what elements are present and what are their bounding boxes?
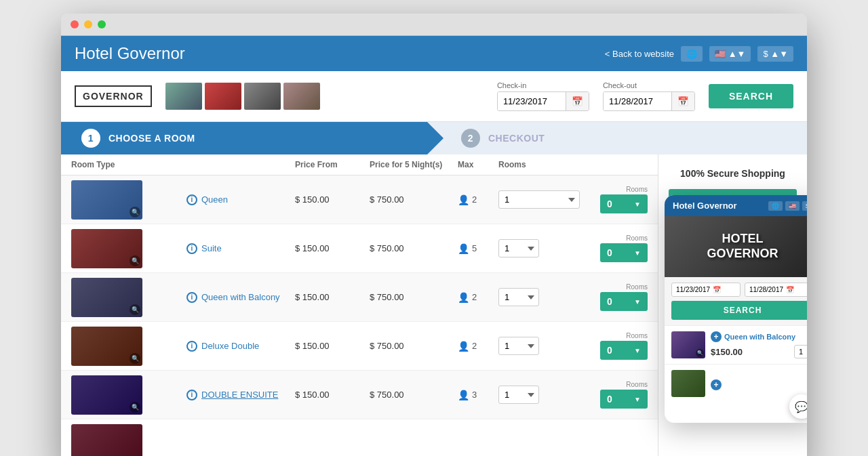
photo-4[interactable]	[283, 83, 320, 110]
mobile-room-name-wrap: + Queen with Balcony	[711, 331, 807, 342]
room-2-rooms-btn[interactable]: 0 ▼	[600, 243, 648, 262]
checkout-label: Check-out	[603, 81, 695, 89]
checkin-input[interactable]	[498, 92, 566, 110]
room-5-info-icon[interactable]: i	[186, 390, 197, 400]
room-3-zoom-icon[interactable]: 🔍	[130, 304, 140, 315]
photo-1[interactable]	[165, 83, 202, 110]
step-2[interactable]: 2 CHECKOUT	[427, 122, 807, 154]
room-3-image[interactable]: 🔍	[71, 278, 142, 317]
room-1-zoom-icon[interactable]: 🔍	[130, 207, 140, 217]
mobile-flag-btn[interactable]: 🇺🇸	[785, 201, 800, 211]
checkout-calendar-btn[interactable]: 📅	[671, 92, 694, 110]
minimize-btn[interactable]	[84, 20, 92, 28]
person-icon-2: 👤	[458, 243, 469, 254]
room-2-qty-cell: 123	[498, 239, 580, 257]
mobile-room-1-price: $150.00	[711, 347, 743, 357]
close-btn[interactable]	[71, 20, 79, 28]
room-1-qty-cell: 123	[498, 190, 580, 209]
room-1-max: 👤 2	[458, 194, 498, 205]
room-3-rooms-btn[interactable]: 0 ▼	[600, 292, 648, 311]
room-6-image[interactable]	[71, 424, 142, 457]
step-1[interactable]: 1 CHOOSE A ROOM	[61, 122, 427, 154]
room-5-link[interactable]: DOUBLE ENSUITE	[201, 390, 278, 400]
room-2-image[interactable]: 🔍	[71, 229, 142, 268]
room-1-qty-select[interactable]: 123	[498, 190, 580, 209]
mobile-hotel-image: HOTEL GOVERNOR	[665, 216, 807, 277]
mobile-cal-icon-1: 📅	[713, 286, 721, 293]
col-rooms-action	[580, 160, 648, 169]
mobile-currency-btn[interactable]: $	[802, 201, 807, 211]
checkin-label: Check-in	[497, 81, 589, 89]
currency-icon-btn[interactable]: $ ▲▼	[757, 46, 793, 62]
room-3-max: 👤 2	[458, 292, 498, 303]
mobile-room-item-2: +	[665, 364, 807, 402]
flag-icon-btn[interactable]: 🇺🇸 ▲▼	[709, 46, 751, 62]
mobile-search-button[interactable]: SEARCH	[671, 301, 807, 320]
room-4-max-val: 2	[472, 341, 477, 351]
room-3-name-cell: i Queen with Balcony	[186, 292, 295, 303]
room-3-qty-select[interactable]: 123	[498, 288, 539, 306]
room-5-image[interactable]: 🔍	[71, 375, 142, 415]
checkin-field: Check-in 📅	[497, 81, 589, 111]
mobile-plus-icon-2[interactable]: +	[711, 379, 722, 390]
table-row: 🔍 i Queen with Balcony $ 150.00 $ 750.00…	[61, 273, 658, 322]
mobile-cal-icon-2: 📅	[786, 286, 794, 293]
col-rooms: Rooms	[498, 160, 580, 169]
mobile-room-1-qty-select[interactable]: 12	[794, 345, 807, 358]
room-4-price: $ 150.00	[295, 341, 370, 351]
mobile-hotel-sign-line2: GOVERNOR	[707, 247, 778, 262]
room-4-zoom-icon[interactable]: 🔍	[130, 353, 140, 364]
room-5-zoom-icon[interactable]: 🔍	[130, 402, 140, 413]
room-4-qty-select[interactable]: 123	[498, 337, 539, 355]
room-5-max-val: 3	[472, 390, 477, 400]
room-3-info-icon[interactable]: i	[186, 292, 197, 303]
checkout-field: Check-out 📅	[603, 81, 695, 111]
room-4-controls: Rooms 0 ▼	[580, 332, 648, 360]
room-3-link[interactable]: Queen with Balcony	[201, 292, 280, 302]
mobile-room-1-name[interactable]: Queen with Balcony	[724, 333, 795, 341]
person-icon-3: 👤	[458, 292, 469, 303]
steps-bar: 1 CHOOSE A ROOM 2 CHECKOUT	[61, 122, 807, 154]
room-5-qty-select[interactable]: 123	[498, 386, 539, 404]
maximize-btn[interactable]	[98, 20, 106, 28]
photo-2[interactable]	[205, 83, 241, 110]
room-2-link[interactable]: Suite	[201, 243, 222, 253]
room-4-info-icon[interactable]: i	[186, 341, 197, 352]
chevron-down-icon-5: ▼	[634, 396, 641, 403]
search-button[interactable]: SEARCH	[709, 84, 793, 108]
mobile-plus-icon[interactable]: +	[711, 331, 722, 342]
mac-titlebar	[61, 14, 807, 36]
mobile-globe-btn[interactable]: 🌐	[768, 201, 783, 211]
checkout-input[interactable]	[604, 92, 671, 110]
room-2-qty-select[interactable]: 123	[498, 239, 539, 257]
room-3-price: $ 150.00	[295, 292, 370, 302]
room-1-link[interactable]: Queen	[201, 194, 228, 205]
globe-icon-btn[interactable]: 🌐	[681, 46, 703, 62]
room-2-zoom-icon[interactable]: 🔍	[130, 255, 140, 266]
checkin-calendar-btn[interactable]: 📅	[566, 92, 589, 110]
col-price-nights: Price for 5 Night(s)	[370, 160, 458, 169]
photo-3[interactable]	[244, 83, 281, 110]
mobile-chat-button[interactable]: 💬	[789, 394, 807, 419]
mobile-hotel-sign-line1: HOTEL	[707, 232, 778, 247]
room-2-info-icon[interactable]: i	[186, 243, 197, 254]
room-2-price: $ 150.00	[295, 243, 370, 253]
mobile-header-icons: 🌐 🇺🇸 $	[768, 201, 807, 211]
room-1-image[interactable]: 🔍	[71, 180, 142, 220]
back-to-website-link[interactable]: < Back to website	[605, 49, 674, 59]
room-4-rooms-btn[interactable]: 0 ▼	[600, 341, 648, 360]
mobile-hotel-name: Hotel Governor	[673, 201, 737, 211]
room-3-img-cell: 🔍	[71, 278, 186, 317]
room-4-price-nights: $ 750.00	[370, 341, 458, 351]
room-5-rooms-btn[interactable]: 0 ▼	[600, 390, 648, 409]
room-4-image[interactable]: 🔍	[71, 327, 142, 366]
room-4-link[interactable]: Deluxe Double	[201, 341, 259, 351]
room-1-controls: Rooms 0 ▼	[580, 186, 648, 213]
room-1-info-icon[interactable]: i	[186, 194, 197, 205]
room-5-max: 👤 3	[458, 390, 498, 400]
search-bar: GOVERNOR Check-in 📅 Check-out	[61, 71, 807, 122]
room-1-price-nights: $ 750.00	[370, 194, 458, 205]
chevron-down-icon-3: ▼	[634, 298, 641, 306]
room-1-rooms-btn[interactable]: 0 ▼	[600, 194, 648, 213]
chevron-down-icon: ▼	[634, 201, 641, 208]
